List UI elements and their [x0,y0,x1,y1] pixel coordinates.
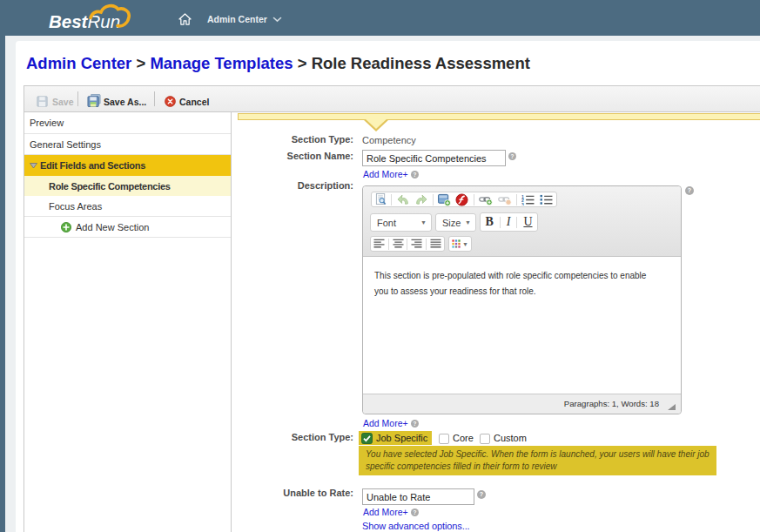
svg-text:?: ? [414,509,417,515]
svg-text:?: ? [511,153,515,159]
svg-text:?: ? [480,491,483,498]
svg-text:?: ? [414,421,417,427]
svg-text:?: ? [688,187,691,194]
svg-text:3: 3 [522,201,525,205]
svg-text:?: ? [414,172,417,178]
